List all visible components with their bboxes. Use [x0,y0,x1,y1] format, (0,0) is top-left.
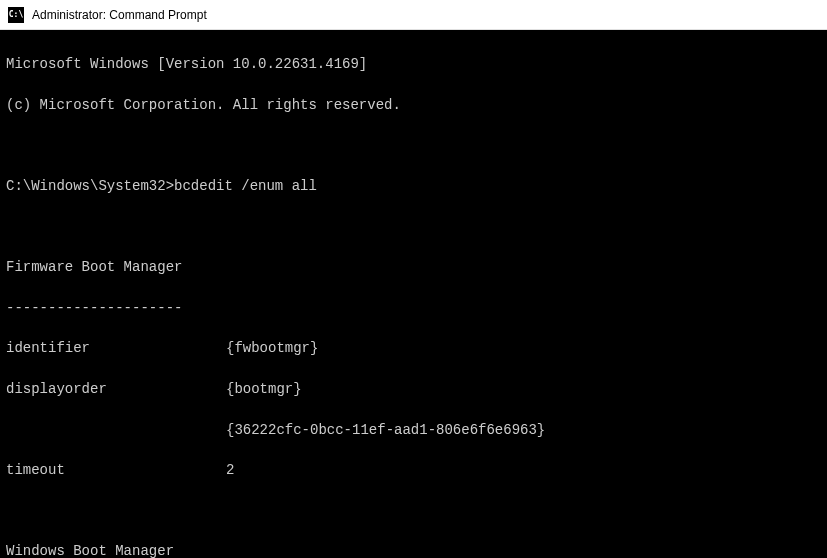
copyright-line: (c) Microsoft Corporation. All rights re… [6,95,821,115]
kv-row: identifier{fwbootmgr} [6,338,821,358]
blank-line [6,501,821,521]
blank-line [6,135,821,155]
kv-key: displayorder [6,379,226,399]
window-titlebar: C:\ Administrator: Command Prompt [0,0,827,30]
kv-val: 2 [226,460,234,480]
kv-val-cont: {36222cfc-0bcc-11ef-aad1-806e6f6e6963} [226,420,821,440]
prompt-path: C:\Windows\System32> [6,178,174,194]
kv-val: {fwbootmgr} [226,338,318,358]
kv-key: identifier [6,338,226,358]
window-title: Administrator: Command Prompt [32,8,207,22]
section-title-firmware: Firmware Boot Manager [6,257,821,277]
prompt-line: C:\Windows\System32>bcdedit /enum all [6,176,821,196]
kv-key: timeout [6,460,226,480]
kv-row: timeout2 [6,460,821,480]
cmd-icon-text: C:\ [9,11,23,19]
blank-line [6,217,821,237]
section-divider: --------------------- [6,298,821,318]
section-title-wbm: Windows Boot Manager [6,541,821,558]
version-line: Microsoft Windows [Version 10.0.22631.41… [6,54,821,74]
cmd-icon: C:\ [8,7,24,23]
kv-row: displayorder{bootmgr} [6,379,821,399]
kv-val: {bootmgr} [226,379,302,399]
command-text: bcdedit /enum all [174,178,317,194]
terminal-output[interactable]: Microsoft Windows [Version 10.0.22631.41… [0,30,827,558]
